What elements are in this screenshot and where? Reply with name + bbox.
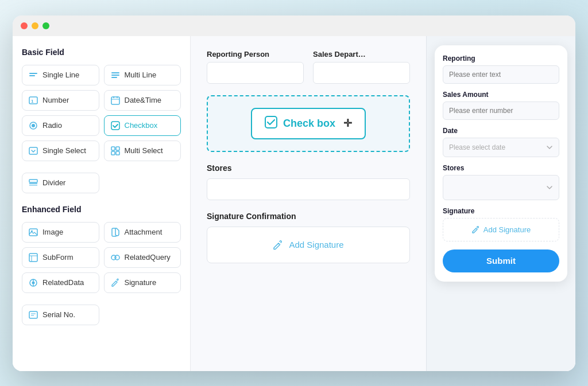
svg-point-28 [115,255,119,260]
stores-section-label: Stores [207,163,410,173]
field-btn-single-select[interactable]: Single Select [22,141,99,161]
move-cursor-icon: ✛ [343,117,352,130]
checkbox-btn-icon [265,116,277,131]
field-label-related-query: RelatedQuery [125,253,171,262]
svg-text:1: 1 [31,99,34,104]
preview-add-signature-label: Add Signature [483,225,531,234]
browser-window: Basic Field Single Line Multi Line [13,15,575,371]
signature-section: Signature Confirmation Add Signature [207,212,410,263]
signature-box[interactable]: Add Signature [207,227,410,263]
preview-date-placeholder: Please select date [449,143,505,151]
svg-rect-15 [111,147,115,150]
signature-icon [110,278,121,288]
svg-rect-17 [111,151,115,155]
field-btn-attachment[interactable]: Attachment [104,222,181,243]
signature-section-label: Signature Confirmation [207,212,410,221]
preview-signature-box[interactable]: Add Signature [443,218,559,241]
preview-reporting-input[interactable] [443,65,559,84]
mobile-preview: Reporting Sales Amount Date Please selec… [435,45,567,282]
single-select-icon [28,146,38,156]
stores-section: Stores [207,163,410,200]
related-query-icon [110,252,121,263]
field-btn-signature[interactable]: Signature [104,272,181,293]
field-btn-related-data[interactable]: RelatedData [22,272,99,293]
field-label-checkbox: Checkbox [125,121,158,130]
maximize-dot[interactable] [42,22,49,29]
preview-stores-select[interactable] [443,175,559,200]
svg-rect-16 [116,147,119,150]
svg-rect-0 [29,73,37,74]
reporting-person-field: Reporting Person [207,50,304,84]
preview-signature-label: Signature [443,207,559,215]
field-btn-serial-no[interactable]: Serial No. [22,305,99,325]
field-label-divider: Divider [42,178,65,187]
svg-rect-3 [111,75,119,76]
svg-rect-19 [29,180,37,182]
number-icon: 1 [28,95,38,106]
preview-sales-amount-label: Sales Amount [443,91,559,99]
field-btn-related-query[interactable]: RelatedQuery [104,247,181,268]
svg-rect-24 [29,254,37,262]
stores-input[interactable] [207,178,410,200]
radio-icon [28,120,38,131]
enhanced-field-grid: Image Attachment SubForm [22,222,181,293]
browser-titlebar [13,15,575,36]
preview-date-select[interactable]: Please select date [443,138,559,157]
sales-dept-input[interactable] [313,62,410,84]
field-btn-image[interactable]: Image [22,222,99,243]
field-btn-divider[interactable]: Divider [22,173,99,193]
multi-line-icon [110,70,121,80]
image-icon [28,227,38,237]
field-btn-multi-select[interactable]: Multi Select [104,141,181,161]
field-btn-radio[interactable]: Radio [22,115,99,136]
attachment-icon [110,227,121,237]
field-label-signature: Signature [125,278,157,287]
field-label-subform: SubForm [42,253,73,262]
reporting-person-input[interactable] [207,62,304,84]
preview-stores-label: Stores [443,164,559,172]
svg-rect-1 [29,75,35,76]
divider-icon [28,178,38,188]
sales-dept-label: Sales Depart… [313,50,410,59]
field-label-attachment: Attachment [125,228,163,236]
field-btn-single-line[interactable]: Single Line [22,65,99,85]
field-label-datetime: Date&Time [125,96,162,104]
field-label-radio: Radio [42,121,62,130]
close-dot[interactable] [21,22,28,29]
datetime-icon [110,95,121,106]
signature-inner: Add Signature [273,240,343,250]
field-btn-checkbox[interactable]: Checkbox [104,115,181,136]
svg-rect-4 [111,77,117,78]
svg-rect-18 [116,151,119,155]
left-panel: Basic Field Single Line Multi Line [13,36,191,371]
field-label-image: Image [42,228,63,236]
field-label-multi-line: Multi Line [125,71,157,79]
svg-rect-33 [29,311,37,318]
basic-field-grid: Single Line Multi Line 1 Number [22,65,181,161]
preview-date-label: Date [443,127,559,135]
field-btn-datetime[interactable]: Date&Time [104,90,181,111]
field-label-multi-select: Multi Select [125,146,163,155]
enhanced-field-title: Enhanced Field [22,205,181,214]
right-panel: Reporting Sales Amount Date Please selec… [426,36,575,371]
middle-panel: Reporting Person Sales Depart… Check box… [191,36,426,371]
preview-sig-inner: Add Signature [471,225,531,234]
field-btn-multi-line[interactable]: Multi Line [104,65,181,85]
checkbox-field-label: Check box [283,118,335,130]
field-label-related-data: RelatedData [42,278,84,287]
basic-field-title: Basic Field [22,48,181,57]
field-label-single-select: Single Select [42,146,86,155]
checkbox-field-button[interactable]: Check box ✛ [251,108,366,139]
checkbox-icon [110,120,121,131]
minimize-dot[interactable] [32,22,38,29]
submit-button[interactable]: Submit [443,249,559,272]
preview-reporting-label: Reporting [443,54,559,63]
sales-dept-field: Sales Depart… [313,50,410,84]
svg-point-12 [32,124,35,127]
field-btn-subform[interactable]: SubForm [22,247,99,268]
field-label-number: Number [42,96,69,104]
add-signature-label: Add Signature [289,240,343,249]
preview-sales-amount-input[interactable] [443,102,559,120]
single-line-icon [28,70,38,80]
field-btn-number[interactable]: 1 Number [22,90,99,111]
